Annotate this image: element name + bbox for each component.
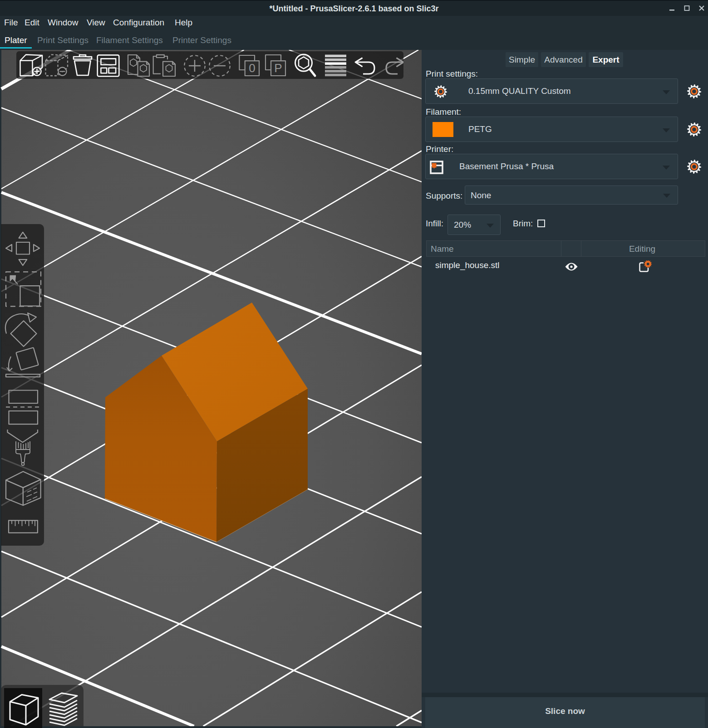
svg-text:0: 0 (249, 61, 255, 75)
svg-text:P: P (274, 61, 282, 75)
